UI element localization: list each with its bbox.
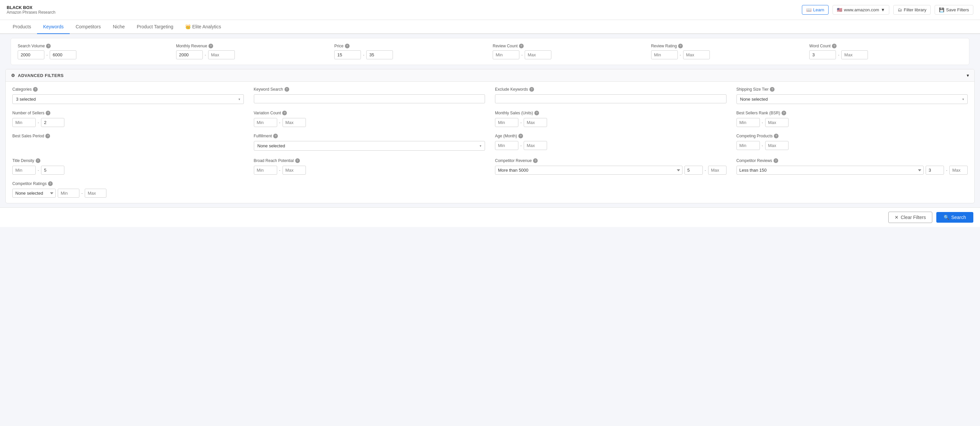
- word-count-min[interactable]: [809, 50, 836, 59]
- monthly-sales-max[interactable]: [524, 118, 547, 127]
- chevron-down-icon: ▼: [881, 7, 885, 12]
- competing-products-max[interactable]: [765, 141, 789, 150]
- monthly-sales-group: Monthly Sales (Units) ? -: [495, 111, 727, 127]
- price-max[interactable]: [366, 50, 393, 59]
- title-density-min[interactable]: [12, 166, 36, 175]
- word-count-info-icon[interactable]: ?: [832, 44, 837, 48]
- exclude-keywords-input[interactable]: [495, 94, 727, 103]
- keyword-search-input[interactable]: [254, 94, 485, 103]
- competitor-reviews-dropdown[interactable]: Less than 150 More than 150 Less than 30…: [737, 166, 924, 175]
- competitor-reviews-min[interactable]: [926, 166, 944, 175]
- shipping-size-info-icon[interactable]: ?: [770, 87, 775, 92]
- advanced-header-left: ⚙ ADVANCED FILTERS: [11, 73, 64, 78]
- competitor-revenue-info-icon[interactable]: ?: [533, 158, 538, 163]
- age-month-max[interactable]: [524, 141, 547, 150]
- review-rating-min[interactable]: [651, 50, 678, 59]
- fulfillment-info-icon[interactable]: ?: [273, 134, 278, 138]
- variation-count-min[interactable]: [254, 118, 277, 127]
- search-volume-min[interactable]: [18, 50, 45, 59]
- variation-count-info-icon[interactable]: ?: [282, 111, 287, 115]
- header-left: BLACK BOX Amazon Phrases Research: [7, 5, 56, 15]
- clear-filters-button[interactable]: ✕ Clear Filters: [888, 212, 932, 223]
- review-count-info-icon[interactable]: ?: [519, 44, 524, 48]
- price-info-icon[interactable]: ?: [345, 44, 350, 48]
- word-count-max[interactable]: [841, 50, 868, 59]
- tab-products[interactable]: Products: [7, 20, 37, 34]
- monthly-revenue-info-icon[interactable]: ?: [208, 44, 213, 48]
- categories-dropdown[interactable]: 3 selected ▾: [12, 94, 244, 104]
- number-of-sellers-max[interactable]: [41, 118, 64, 127]
- age-month-min[interactable]: [495, 141, 519, 150]
- competitor-ratings-dropdown[interactable]: None selected More than 4 Less than 4: [12, 188, 56, 198]
- exclude-keywords-label: Exclude Keywords ?: [495, 87, 727, 92]
- search-button[interactable]: 🔍 Search: [936, 212, 973, 223]
- competitor-revenue-min[interactable]: [684, 166, 703, 175]
- age-month-sep: -: [520, 143, 522, 148]
- competitor-revenue-group: Competitor Revenue ? More than 5000 Less…: [495, 158, 727, 175]
- review-rating-info-icon[interactable]: ?: [678, 44, 683, 48]
- bsr-label: Best Sellers Rank (BSR) ?: [737, 111, 968, 115]
- learn-button[interactable]: 📖 Learn: [802, 5, 829, 15]
- review-rating-max[interactable]: [683, 50, 710, 59]
- title-density-info-icon[interactable]: ?: [36, 158, 40, 163]
- review-count-max[interactable]: [525, 50, 551, 59]
- broad-reach-min[interactable]: [254, 166, 277, 175]
- competitor-reviews-max[interactable]: [949, 166, 968, 175]
- tab-keywords[interactable]: Keywords: [37, 20, 69, 34]
- competitor-revenue-dropdown[interactable]: More than 5000 Less than 5000 More than …: [495, 166, 682, 175]
- monthly-sales-min[interactable]: [495, 118, 519, 127]
- search-volume-max[interactable]: [50, 50, 76, 59]
- review-count-min[interactable]: [493, 50, 519, 59]
- search-volume-group: Search Volume ? -: [18, 44, 176, 59]
- competitor-ratings-max[interactable]: [85, 188, 107, 198]
- advanced-filters-header[interactable]: ⚙ ADVANCED FILTERS ▾: [6, 69, 974, 82]
- title-density-label: Title Density ?: [12, 158, 244, 163]
- variation-count-max[interactable]: [283, 118, 306, 127]
- bsr-info-icon[interactable]: ?: [781, 111, 786, 115]
- tab-niche[interactable]: Niche: [107, 20, 131, 34]
- competing-products-info-icon[interactable]: ?: [774, 134, 778, 138]
- number-of-sellers-group: Number of Sellers ? -: [12, 111, 244, 127]
- age-month-info-icon[interactable]: ?: [519, 134, 523, 138]
- competitor-ratings-info-icon[interactable]: ?: [48, 181, 53, 186]
- shipping-size-dropdown[interactable]: None selected ▾: [737, 94, 968, 104]
- save-filters-button[interactable]: 💾 Save Filters: [935, 5, 973, 15]
- best-sales-period-group: Best Sales Period ?: [12, 134, 244, 152]
- best-sales-period-label: Best Sales Period ?: [12, 134, 244, 138]
- search-volume-info-icon[interactable]: ?: [46, 44, 51, 48]
- best-sales-period-info-icon[interactable]: ?: [45, 134, 50, 138]
- competitor-revenue-max[interactable]: [708, 166, 727, 175]
- keyword-search-info-icon[interactable]: ?: [285, 87, 289, 92]
- tab-elite-analytics[interactable]: 👑 Elite Analytics: [179, 20, 227, 34]
- fulfillment-dropdown[interactable]: None selected ▾: [254, 141, 485, 150]
- monthly-revenue-min[interactable]: [176, 50, 203, 59]
- competitor-ratings-min[interactable]: [58, 188, 80, 198]
- monthly-revenue-sep: -: [205, 53, 206, 57]
- variation-count-range: -: [254, 118, 485, 127]
- filter-icon: ⚙: [11, 73, 15, 78]
- filter-library-button[interactable]: 🗂 Filter library: [893, 5, 931, 15]
- title-density-max[interactable]: [41, 166, 64, 175]
- number-of-sellers-info-icon[interactable]: ?: [46, 111, 50, 115]
- age-month-group: Age (Month) ? -: [495, 134, 727, 152]
- competitor-reviews-info-icon[interactable]: ?: [773, 158, 778, 163]
- shipping-size-group: Shipping Size Tier ? None selected ▾: [737, 87, 968, 104]
- exclude-keywords-info-icon[interactable]: ?: [529, 87, 534, 92]
- broad-reach-info-icon[interactable]: ?: [295, 158, 300, 163]
- variation-count-sep: -: [279, 120, 280, 125]
- price-sep: -: [363, 53, 364, 57]
- broad-reach-max[interactable]: [283, 166, 306, 175]
- variation-count-label: Variation Count ?: [254, 111, 485, 115]
- monthly-revenue-max[interactable]: [208, 50, 235, 59]
- tab-product-targeting[interactable]: Product Targeting: [131, 20, 179, 34]
- categories-info-icon[interactable]: ?: [33, 87, 38, 92]
- domain-button[interactable]: 🇺🇸 www.amazon.com ▼: [832, 5, 889, 15]
- number-of-sellers-min[interactable]: [12, 118, 36, 127]
- monthly-sales-info-icon[interactable]: ?: [535, 111, 539, 115]
- bsr-min[interactable]: [737, 118, 760, 127]
- competing-products-min[interactable]: [737, 141, 760, 150]
- price-min[interactable]: [334, 50, 361, 59]
- tab-competitors[interactable]: Competitors: [70, 20, 107, 34]
- basic-filters-row: Search Volume ? - Monthly Revenue ?: [18, 44, 963, 59]
- bsr-max[interactable]: [765, 118, 789, 127]
